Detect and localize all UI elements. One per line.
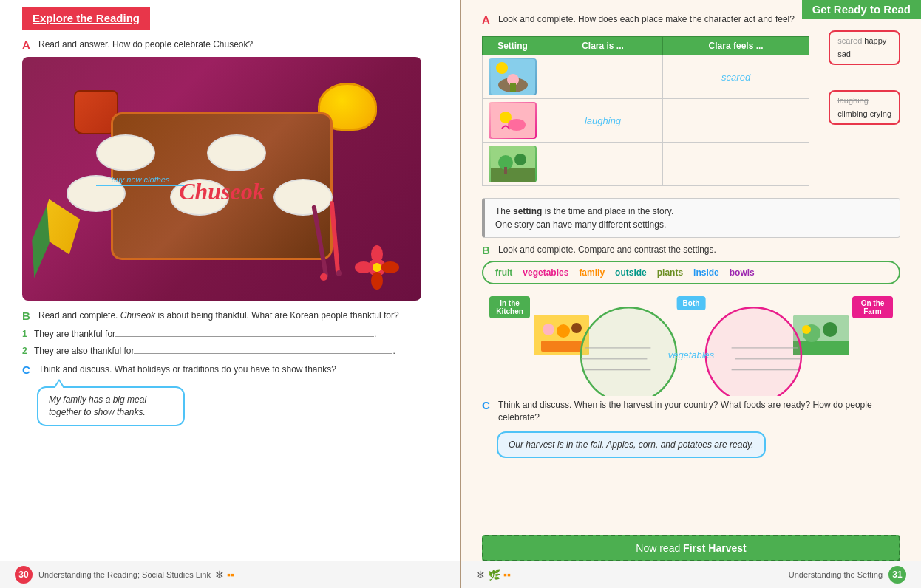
- scene-3-cell: [483, 143, 543, 186]
- svg-rect-22: [504, 167, 507, 174]
- page-num-left: 30: [15, 566, 33, 584]
- shapes-icon-right: ▪▪: [503, 569, 511, 581]
- item-2: 2 They are also thankful for .: [22, 343, 438, 356]
- section-c-right-question: Think and discuss. When is the harvest i…: [498, 399, 900, 424]
- bottom-bar: Now read First Harvest: [482, 535, 900, 561]
- svg-point-33: [581, 307, 676, 396]
- period-1: .: [374, 329, 376, 339]
- word-box-1-content: scared happy sad: [837, 35, 891, 61]
- scene-1-image: [489, 58, 537, 95]
- scared-word: scared: [837, 36, 862, 45]
- footer-left-text: Understanding the Reading; Social Studie…: [38, 570, 211, 579]
- section-c-right: C Think and discuss. When is the harvest…: [482, 399, 900, 424]
- svg-point-17: [508, 119, 526, 131]
- right-footer: ❄ 🌿 ▪▪ Understanding the Setting 31: [461, 561, 921, 588]
- chuseok-italic: Chuseok: [120, 310, 155, 321]
- fill-line-1: [115, 327, 374, 337]
- section-c-left: C Think and discuss. What holidays or tr…: [22, 363, 438, 426]
- row1-feels: scared: [663, 55, 809, 99]
- svg-point-21: [514, 154, 526, 165]
- item-1: 1 They are thankful for .: [22, 327, 438, 339]
- word-box-2: laughing climbing crying: [829, 90, 900, 125]
- chopsticks-icon: [303, 197, 362, 286]
- section-b-question: Read and complete. Chuseok is about bein…: [38, 310, 438, 322]
- chuseok-word: Chuseok: [179, 177, 265, 205]
- footer-left-content: 30 Understanding the Reading; Social Stu…: [15, 566, 234, 584]
- svg-point-3: [336, 270, 342, 276]
- left-header-text: Explore the Reading: [33, 12, 140, 24]
- svg-point-7: [371, 272, 383, 290]
- crying-word: crying: [870, 109, 891, 118]
- climbing-word: climbing: [837, 109, 867, 118]
- bottom-bar-bold: First Harvest: [683, 542, 747, 554]
- speech-bubble-wrapper: My family has a big meal together to sho…: [37, 380, 438, 426]
- table-row: [483, 143, 809, 186]
- wb-fruit: fruit: [492, 267, 515, 278]
- dumpling-2: [207, 134, 266, 171]
- section-c-answer: Our harvest is in the fall. Apples, corn…: [497, 431, 766, 459]
- wb-family: family: [576, 267, 608, 278]
- speech-bubble: My family has a big meal together to sho…: [37, 386, 185, 426]
- item-1-text: They are thankful for: [34, 329, 115, 339]
- snowflake-icon-left: ❄: [215, 569, 224, 581]
- svg-rect-19: [491, 168, 535, 182]
- svg-point-11: [496, 62, 508, 74]
- chuseok-image: Chuseok buy new clothes: [22, 57, 421, 301]
- wb-bowls: bowls: [727, 267, 758, 278]
- row3-feels: [663, 143, 809, 186]
- right-page: Get Ready to Read A Look and complete. H…: [461, 0, 921, 588]
- svg-point-34: [706, 307, 801, 396]
- svg-rect-14: [510, 83, 516, 92]
- bottom-bar-text: Now read First Harvest: [636, 542, 746, 554]
- answer-line-text: buy new clothes: [112, 175, 170, 184]
- section-c-right-letter: C: [482, 399, 494, 411]
- wb-plants: plants: [654, 267, 686, 278]
- svg-rect-0: [311, 205, 328, 278]
- fill-line-2: [134, 343, 392, 354]
- footer-right-page: Understanding the Setting 31: [789, 566, 906, 584]
- item-2-text: They are also thankful for: [34, 346, 134, 356]
- left-footer: 30 Understanding the Reading; Social Stu…: [0, 561, 460, 588]
- left-header: Explore the Reading: [22, 7, 150, 30]
- sad-word: sad: [837, 49, 851, 58]
- section-b-right: B Look and complete. Compare and contras…: [482, 244, 900, 256]
- venn-diagram: In the Kitchen Both On the Farm: [482, 289, 900, 396]
- svg-rect-1: [330, 201, 341, 275]
- section-b-right-question: Look and complete. Compare and contrast …: [498, 244, 900, 256]
- section-a-right-letter: A: [482, 13, 494, 26]
- svg-point-2: [320, 273, 327, 281]
- table-body: scared laughing: [483, 55, 809, 186]
- snowflake-icon-right: ❄: [476, 569, 485, 581]
- info-bold: setting: [513, 206, 542, 216]
- section-c-answer-wrapper: Our harvest is in the fall. Apples, corn…: [497, 428, 900, 459]
- row2-is-text: laughing: [585, 115, 621, 126]
- table-header: Setting Clara is ... Clara feels ...: [483, 37, 809, 55]
- word-box-2-content: laughing climbing crying: [837, 95, 891, 120]
- word-boxes: scared happy sad laughing climbing cryin…: [823, 30, 900, 125]
- period-2: .: [392, 346, 395, 356]
- section-c-question: Think and discuss. What holidays or trad…: [38, 363, 438, 376]
- table-area: Setting Clara is ... Clara feels ...: [482, 30, 900, 192]
- laughing-word: laughing: [837, 96, 869, 105]
- th-clara-feels: Clara feels ...: [663, 37, 809, 55]
- scene-2-image: [489, 102, 537, 139]
- word-box-2-wrapper: laughing climbing crying: [823, 90, 900, 125]
- section-c-letter: C: [22, 363, 34, 376]
- happy-word: happy: [864, 36, 886, 45]
- section-a-letter: A: [22, 38, 34, 51]
- word-box-1: scared happy sad: [829, 30, 900, 65]
- row1-feels-text: scared: [721, 72, 750, 83]
- footer-right-text: Understanding the Setting: [789, 570, 883, 579]
- page-num-right: 31: [888, 566, 906, 584]
- dumpling-1: [96, 134, 155, 171]
- row2-feels: [663, 99, 809, 143]
- scene-3-image: [489, 146, 537, 182]
- wb-vegetables: vegetables: [520, 267, 571, 278]
- row2-is: laughing: [543, 99, 663, 143]
- th-clara-is: Clara is ...: [543, 37, 663, 55]
- leaf-icon-right: 🌿: [488, 569, 500, 581]
- section-b-letter: B: [22, 310, 34, 322]
- svg-point-9: [373, 263, 381, 272]
- info-text3: One story can have many different settin…: [495, 219, 666, 230]
- left-page: Explore the Reading A Read and answer. H…: [0, 0, 460, 588]
